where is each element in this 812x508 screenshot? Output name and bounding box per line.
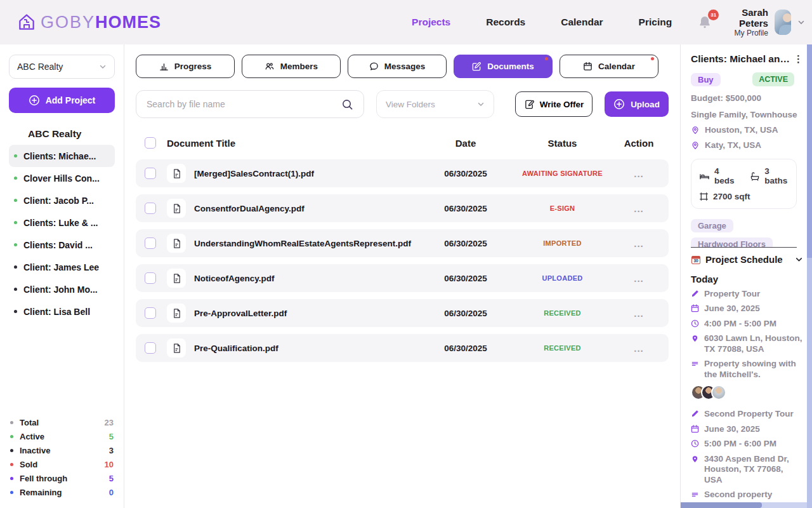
file-icon	[167, 164, 186, 183]
schedule-event[interactable]: Second Property Tour June 30, 2025 5:00 …	[691, 409, 803, 508]
document-title[interactable]: Pre-Qualification.pdf	[186, 344, 424, 353]
row-checkbox[interactable]	[145, 203, 156, 214]
notification-dot	[545, 57, 548, 60]
page-scrollbar-track[interactable]	[807, 44, 812, 508]
profile-menu[interactable]: Sarah Peters My Profile	[730, 7, 805, 37]
sidebar-project-item[interactable]: Clients: Michae...	[9, 145, 115, 167]
nav-records[interactable]: Records	[486, 17, 525, 28]
stat-dot	[10, 449, 13, 452]
tab-label: Messages	[384, 62, 426, 71]
row-checkbox[interactable]	[145, 168, 156, 179]
document-date: 06/30/2025	[424, 239, 507, 248]
status-badge: RECEIVED	[507, 309, 618, 317]
document-title[interactable]: Pre-ApprovalLetter.pdf	[186, 309, 424, 318]
members-icon	[265, 62, 275, 71]
chevron-down-icon[interactable]	[795, 255, 803, 264]
table-header-row: Document Title Date Status Action	[136, 133, 669, 152]
pin-filled-icon	[691, 334, 699, 354]
document-date: 06/30/2025	[424, 309, 507, 318]
tab-label: Calendar	[598, 62, 635, 71]
sidebar-project-item[interactable]: Client: James Lee	[9, 256, 115, 278]
sidebar-project-item[interactable]: Clients: Luke & ...	[9, 211, 115, 234]
location-text: Houston, TX, USA	[705, 125, 778, 135]
document-title[interactable]: NoticeofAgency.pdf	[186, 274, 424, 283]
kebab-menu-icon[interactable]: ⋮	[790, 53, 803, 65]
row-actions-button[interactable]: ...	[618, 203, 660, 214]
client-project-title: Clients: Michael and S...	[691, 53, 790, 65]
sidebar-project-item[interactable]: Client: Jacob P...	[9, 189, 115, 211]
row-checkbox[interactable]	[145, 272, 156, 284]
sidebar-project-item[interactable]: Clover Hills Con...	[9, 167, 115, 189]
location-pin-icon	[691, 126, 700, 135]
row-actions-button[interactable]: ...	[618, 273, 660, 284]
upload-button[interactable]: Upload	[605, 91, 669, 117]
tab-progress[interactable]: Progress	[136, 55, 235, 78]
schedule-event[interactable]: Property Tour June 30, 2025 4:00 PM - 5:…	[691, 289, 803, 400]
project-label: Client: Lisa Bell	[23, 307, 90, 317]
feature-badge: Hardwood Floors	[691, 237, 773, 247]
horizontal-scrollbar-thumb[interactable]	[681, 502, 762, 508]
notifications-button[interactable]: 31	[697, 15, 712, 30]
document-title[interactable]: [Merged]SalesContract(1).pdf	[186, 169, 424, 178]
sidebar-project-item[interactable]: Client: Lisa Bell	[9, 300, 115, 323]
stat-label: Fell through	[20, 474, 67, 483]
stat-value: 5	[109, 432, 114, 441]
event-title: Property Tour	[704, 289, 760, 299]
profile-chevron-down-icon	[797, 18, 805, 26]
realty-select-value: ABC Realty	[17, 62, 63, 72]
chevron-down-icon	[99, 63, 107, 70]
stat-dot	[10, 463, 13, 466]
tab-messages[interactable]: Messages	[348, 55, 447, 78]
notification-count-badge: 31	[708, 10, 719, 20]
sqft-text: 2700 sqft	[713, 192, 750, 201]
table-row: Pre-Qualification.pdf 06/30/2025 RECEIVE…	[136, 334, 669, 362]
search-input[interactable]	[147, 99, 335, 109]
status-badge: UPLOADED	[507, 274, 618, 282]
select-all-checkbox[interactable]	[145, 137, 156, 149]
chat-bubble-icon	[369, 62, 379, 71]
add-project-label: Add Project	[46, 95, 96, 105]
tab-calendar[interactable]: Calendar	[560, 55, 658, 78]
stat-value: 3	[109, 446, 114, 455]
row-actions-button[interactable]: ...	[618, 308, 660, 319]
beds-text: 4 beds	[714, 166, 736, 185]
document-date: 06/30/2025	[424, 204, 507, 213]
add-project-button[interactable]: Add Project	[9, 88, 115, 113]
file-icon	[167, 338, 186, 358]
event-title: Second Property Tour	[704, 409, 794, 419]
sidebar-project-item[interactable]: Client: John Mo...	[9, 278, 115, 300]
project-schedule-header[interactable]: 30 Project Schedule	[691, 254, 803, 265]
tab-documents[interactable]: Documents	[454, 55, 553, 78]
location-pin-icon	[691, 141, 700, 150]
document-title[interactable]: UnderstandingWhomRealEstateAgentsReprese…	[186, 239, 424, 248]
row-actions-button[interactable]: ...	[618, 343, 660, 354]
status-dot	[14, 243, 17, 246]
horizontal-scrollbar-track[interactable]	[681, 502, 812, 508]
property-specs-card: 4 beds 3 baths 2700 sqft	[691, 159, 797, 209]
nav-pricing[interactable]: Pricing	[639, 17, 672, 28]
plus-circle-icon	[29, 95, 40, 106]
write-offer-button[interactable]: Write Offer	[515, 91, 593, 117]
document-title[interactable]: ConsentforDualAgency.pdf	[186, 204, 424, 213]
nav-calendar[interactable]: Calendar	[561, 17, 603, 28]
page-scrollbar-thumb[interactable]	[807, 44, 812, 258]
row-checkbox[interactable]	[145, 342, 156, 354]
bed-icon	[699, 171, 710, 181]
search-icon[interactable]	[341, 98, 353, 110]
notification-dot	[651, 57, 654, 60]
row-actions-button[interactable]: ...	[618, 168, 660, 179]
nav-projects[interactable]: Projects	[412, 17, 450, 28]
upload-label: Upload	[631, 100, 660, 109]
project-label: Clients: David ...	[23, 240, 93, 250]
stat-row-active: Active 5	[10, 429, 114, 443]
row-checkbox[interactable]	[145, 307, 156, 319]
row-checkbox[interactable]	[145, 237, 156, 249]
view-folders-select[interactable]: View Folders	[376, 90, 494, 118]
tab-label: Members	[280, 62, 318, 71]
sidebar-project-item[interactable]: Clients: David ...	[9, 234, 115, 256]
realty-select[interactable]: ABC Realty	[9, 55, 115, 79]
file-search[interactable]	[136, 90, 364, 118]
tab-members[interactable]: Members	[242, 55, 341, 78]
feature-badge: Garage	[691, 219, 733, 232]
row-actions-button[interactable]: ...	[618, 238, 660, 249]
